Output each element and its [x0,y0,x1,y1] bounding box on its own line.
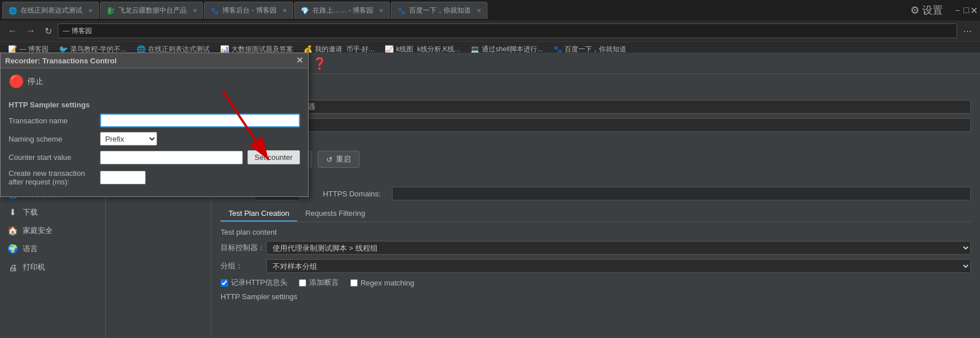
target-controller-select[interactable]: 使用代理录制测试脚本 > 线程组 [266,241,971,255]
dialog-title: Recorder: Transactions Control [5,57,117,65]
forward-button[interactable]: → [23,25,39,37]
dialog-title-bar: Recorder: Transactions Control ✕ [1,53,308,69]
toolbar-btn-help[interactable]: ❓ [311,55,328,71]
name-row: 名称： [221,100,971,114]
set-counter-button[interactable]: Set counter [247,150,301,164]
checkbox-http-header-input[interactable] [221,279,228,287]
naming-scheme-select[interactable]: Prefix Suffix Numbering [100,132,157,146]
tab-regex[interactable]: 🌐 在线正则表达式测试 ✕ [2,2,99,19]
checkbox-regex-label: Regex matching [361,279,414,287]
tab-feilong-close[interactable]: ✕ [193,7,197,14]
recorder-dialog[interactable]: Recorder: Transactions Control ✕ 🔴 停止 HT… [0,53,309,197]
counter-start-label: Counter start value [9,153,100,162]
http-sampler-settings-label: HTTP Sampler settings [221,292,971,301]
tab-baidu-label: 百度一下，你就知道 [409,6,471,15]
test-plan-content-label: Test plan content [221,228,971,236]
tab-regex-close[interactable]: ✕ [88,7,93,14]
checkbox-http-header-label: 记录HTTP信息头 [231,277,287,288]
checkbox-assertion-label: 添加断言 [309,277,339,288]
counter-start-row: Counter start value Set counter [9,150,300,164]
window-maximize[interactable]: □ [963,5,969,15]
tab-road-close[interactable]: ✕ [379,7,383,14]
comment-row: 注释： [221,118,971,132]
proxy-title: HTTP代理服务器 [221,81,971,93]
checkbox-regex-input[interactable] [350,279,358,287]
back-button[interactable]: ← [5,25,21,37]
restart-label: 重启 [336,154,351,164]
restart-icon: ↺ [326,155,333,164]
transaction-name-row: Transaction name [9,114,300,127]
naming-scheme-row: Naming scheme Prefix Suffix Numbering [9,132,300,146]
checkbox-assertion[interactable]: 添加断言 [299,277,339,288]
settings-tab[interactable]: ⚙ 设置 [906,3,947,17]
sidebar-item-language[interactable]: 🌍 语言 [0,240,105,258]
port-https-row: 端口： HTTPS Domains: [221,187,971,200]
printer-icon: 🖨 [7,263,18,272]
counter-start-input[interactable] [100,151,243,164]
tab-baidu-icon: 🐾 [397,7,406,15]
tab-regex-icon: 🌐 [9,7,17,15]
action-buttons-row: ▶ 启动 🔴 停止 ↺ 重启 [221,151,971,168]
refresh-button[interactable]: ↻ [41,25,55,38]
tab-baidu-close[interactable]: ✕ [477,7,481,14]
proxy-content: HTTP代理服务器 名称： 注释： State ▶ 启动 🔴 [211,74,980,338]
restart-button[interactable]: ↺ 重启 [318,151,359,168]
transaction-name-input[interactable] [100,114,300,127]
state-label: State [221,136,971,145]
dialog-section-label: HTTP Sampler settings [9,100,300,109]
window-close[interactable]: ✕ [970,5,978,16]
tab-baidu[interactable]: 🐾 百度一下，你就知道 ✕ [391,2,487,19]
window-minimize[interactable]: － [953,5,962,17]
sidebar-item-download[interactable]: ⬇ 下载 [0,203,105,222]
tab-blog-admin-icon: 🐾 [210,7,219,15]
create-transaction-label: Create new transaction after request (ms… [9,169,100,186]
global-settings: Global Settings 端口： HTTPS Domains: [221,175,971,200]
dialog-stop-label: 停止 [27,77,43,87]
dialog-stop-button[interactable]: 🔴 停止 [9,74,43,89]
tab-test-plan[interactable]: Test Plan Creation [221,206,297,222]
https-input[interactable] [392,187,971,200]
tab-road-icon: 💎 [301,7,309,15]
checkbox-row: 记录HTTP信息头 添加断言 Regex matching [221,277,971,288]
create-transaction-input[interactable] [100,171,146,184]
tab-feilong[interactable]: 🐉 飞龙云疆数据中台产品 ✕ [100,2,203,19]
tab-feilong-label: 飞龙云疆数据中台产品 [118,6,187,15]
language-icon: 🌍 [7,244,18,254]
dialog-close-button[interactable]: ✕ [296,56,303,65]
sidebar-item-language-label: 语言 [23,244,38,254]
tab-blog-admin-label: 博客后台 - 博客园 [222,6,277,15]
sidebar-item-download-label: 下载 [23,207,38,218]
tab-bar: 🌐 在线正则表达式测试 ✕ 🐉 飞龙云疆数据中台产品 ✕ 🐾 博客后台 - 博客… [0,0,980,21]
grouping-row: 分组： 不对样本分组 [221,259,971,273]
tab-requests-filtering[interactable]: Requests Filtering [297,206,373,222]
tab-blog-admin-close[interactable]: ✕ [282,7,287,14]
jmeter-toolbar: 🎯 🍺 😸 ✂ 📊 ❓ [211,53,980,74]
sidebar-item-family[interactable]: 🏠 家庭安全 [0,222,105,240]
checkbox-http-header[interactable]: 记录HTTP信息头 [221,277,287,288]
sidebar-item-printer-label: 打印机 [23,262,45,272]
tabs-bar: Test Plan Creation Requests Filtering [221,206,971,222]
extensions-button[interactable]: ⋯ [959,25,975,38]
global-settings-label: Global Settings [221,175,971,183]
sidebar-item-family-label: 家庭安全 [23,226,53,236]
comment-input[interactable] [255,118,971,132]
nav-bar: ← → ↻ ⋯ [0,21,980,41]
sidebar-item-printer[interactable]: 🖨 打印机 [0,258,105,276]
checkbox-assertion-input[interactable] [299,279,306,287]
tab-road-label: 在路上…… - 博客园 [313,6,374,15]
name-input[interactable] [255,100,971,114]
address-input[interactable] [58,23,957,38]
create-transaction-row: Create new transaction after request (ms… [9,169,300,186]
tab-blog-admin[interactable]: 🐾 博客后台 - 博客园 ✕ [204,2,293,19]
jmeter-right-panel: 🎯 🍺 😸 ✂ 📊 ❓ HTTP代理服务器 名称： 注释： State [211,53,980,338]
target-controller-label: 目标控制器： [221,243,266,253]
dialog-body: 🔴 停止 HTTP Sampler settings Transaction n… [1,69,308,196]
naming-scheme-label: Naming scheme [9,135,100,143]
https-domains-label: HTTPS Domains: [323,190,381,198]
tab-feilong-icon: 🐉 [106,7,115,15]
grouping-select[interactable]: 不对样本分组 [266,259,971,273]
checkbox-regex[interactable]: Regex matching [350,279,414,287]
dialog-stop-icon: 🔴 [9,74,24,89]
download-icon: ⬇ [7,207,18,218]
tab-road[interactable]: 💎 在路上…… - 博客园 ✕ [294,2,390,19]
